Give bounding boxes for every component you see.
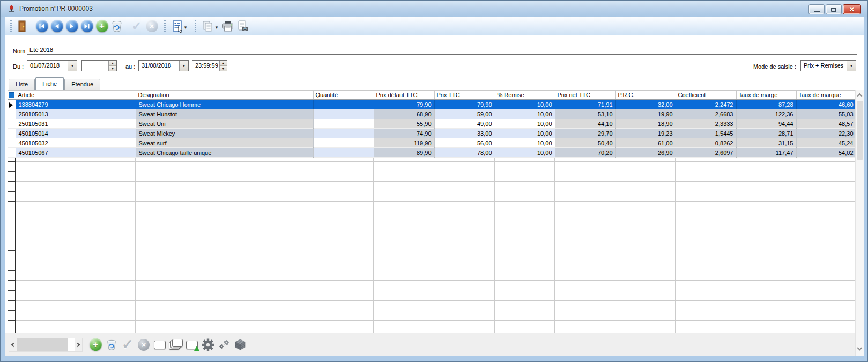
grid-cell[interactable]: 56,00 bbox=[434, 138, 495, 148]
grid-cell[interactable]: 450105067 bbox=[16, 148, 136, 158]
settings-button[interactable] bbox=[201, 337, 216, 352]
recycle-delete-button[interactable] bbox=[109, 19, 124, 34]
grid-cell[interactable]: 10,00 bbox=[495, 148, 555, 158]
du-date-dropdown-icon[interactable] bbox=[68, 61, 77, 71]
table-row[interactable]: 450105067Sweat Chicago taille unique89,9… bbox=[8, 148, 856, 158]
barcode-button[interactable] bbox=[152, 337, 167, 352]
select-all-header[interactable] bbox=[8, 91, 16, 100]
process-button[interactable] bbox=[217, 337, 232, 352]
nav-first-button[interactable] bbox=[34, 19, 49, 34]
grid-cell[interactable] bbox=[313, 148, 374, 158]
table-row[interactable]: 250105031Sweat Uni55,9049,0010,0044,1018… bbox=[8, 119, 856, 129]
au-date-dropdown-icon[interactable] bbox=[179, 61, 188, 71]
cancel-button[interactable] bbox=[144, 19, 159, 34]
column-header[interactable]: Prix net TTC bbox=[555, 91, 615, 100]
spin-up-icon[interactable] bbox=[220, 61, 227, 66]
column-header[interactable]: Coefficient bbox=[676, 91, 736, 100]
column-header[interactable]: Article bbox=[16, 91, 136, 100]
spin-up-icon[interactable] bbox=[109, 61, 116, 66]
grid-cell: 22,30 bbox=[796, 129, 856, 138]
grid-cell[interactable]: 10,00 bbox=[495, 109, 555, 119]
grid-cell[interactable]: 138804279 bbox=[16, 100, 136, 109]
mode-de-saisie-select[interactable]: Prix + Remises bbox=[800, 60, 856, 71]
grid-cell[interactable] bbox=[313, 119, 374, 129]
nav-next-button[interactable] bbox=[64, 19, 79, 34]
table-row[interactable]: 450105032Sweat surf119,9056,0010,0050,40… bbox=[8, 138, 856, 148]
toolbar-grip[interactable] bbox=[10, 20, 12, 32]
grid-cell: 46,60 bbox=[796, 100, 856, 109]
vertical-scroll-thumb[interactable] bbox=[857, 101, 863, 160]
nav-previous-button[interactable] bbox=[49, 19, 64, 34]
grid-cell[interactable]: 49,00 bbox=[434, 119, 495, 129]
column-header[interactable]: Quantité bbox=[313, 91, 374, 100]
validate-grid-button[interactable] bbox=[120, 337, 135, 352]
mode-de-saisie-value: Prix + Remises bbox=[801, 61, 847, 71]
copy-menu-button[interactable] bbox=[199, 19, 220, 34]
add-record-button[interactable] bbox=[94, 19, 109, 34]
scroll-right-icon[interactable] bbox=[75, 338, 82, 351]
delete-article-button[interactable] bbox=[104, 337, 119, 352]
scroll-up-icon[interactable] bbox=[858, 93, 862, 98]
grid-cell[interactable]: 33,00 bbox=[434, 129, 495, 138]
maximize-button[interactable] bbox=[826, 4, 842, 14]
toolbar-grip[interactable] bbox=[164, 20, 166, 32]
exit-button[interactable] bbox=[14, 19, 29, 34]
column-header[interactable]: Taux de marque bbox=[796, 91, 856, 100]
au-time-spinner[interactable]: 23:59:59 bbox=[192, 60, 227, 71]
grid-cell[interactable]: 10,00 bbox=[495, 138, 555, 148]
vertical-scrollbar[interactable] bbox=[855, 90, 864, 356]
grid-cell[interactable]: 250105031 bbox=[16, 119, 136, 129]
du-date-picker[interactable]: 01/07/2018 bbox=[27, 60, 77, 71]
scroll-left-icon[interactable] bbox=[9, 338, 17, 351]
column-header[interactable]: Désignation bbox=[136, 91, 313, 100]
column-header[interactable]: P.R.C. bbox=[615, 91, 676, 100]
spin-down-icon[interactable] bbox=[109, 66, 116, 71]
table-row[interactable]: 450105014Sweat Mickey74,9033,0010,0029,7… bbox=[8, 129, 856, 138]
grid-cell[interactable] bbox=[313, 138, 374, 148]
du-time-spinner[interactable] bbox=[81, 60, 117, 71]
tab-etendue[interactable]: Etendue bbox=[64, 79, 100, 90]
grid-cell[interactable]: 79,90 bbox=[434, 100, 495, 109]
grid-cell[interactable]: 450105032 bbox=[16, 138, 136, 148]
grid-cell[interactable] bbox=[313, 129, 374, 138]
table-row[interactable]: 250105013Sweat Hunstot68,9059,0010,0053,… bbox=[8, 109, 856, 119]
barcode-import-button[interactable] bbox=[184, 337, 199, 352]
view-form-menu-button[interactable] bbox=[168, 19, 190, 34]
close-button[interactable]: ✕ bbox=[843, 4, 861, 14]
column-header[interactable]: Taux de marge bbox=[736, 91, 796, 100]
spin-down-icon[interactable] bbox=[220, 66, 227, 71]
grid-cell[interactable]: 250105013 bbox=[16, 109, 136, 119]
grid-cell[interactable]: 10,00 bbox=[495, 129, 555, 138]
nom-input[interactable] bbox=[27, 45, 857, 55]
validate-button[interactable] bbox=[129, 19, 144, 34]
grid-cell: 29,70 bbox=[555, 129, 615, 138]
grid-cell[interactable] bbox=[313, 100, 374, 109]
grid-cell[interactable]: 10,00 bbox=[495, 100, 555, 109]
table-row[interactable]: 138804279Sweat Chicago Homme79,9079,9010… bbox=[8, 100, 856, 109]
grid-cell[interactable]: 78,00 bbox=[434, 148, 495, 158]
minimize-button[interactable] bbox=[808, 4, 825, 14]
tab-liste[interactable]: Liste bbox=[9, 79, 35, 90]
grid-cell[interactable]: 450105014 bbox=[16, 129, 136, 138]
au-date-picker[interactable]: 31/08/2018 bbox=[138, 60, 189, 71]
barcode-multiple-button[interactable] bbox=[168, 337, 183, 352]
grid-cell[interactable]: 59,00 bbox=[434, 109, 495, 119]
grid-cell[interactable]: 10,00 bbox=[495, 119, 555, 129]
column-header[interactable]: % Remise bbox=[495, 91, 555, 100]
column-header[interactable]: Prix TTC bbox=[434, 91, 495, 100]
grid-header: ArticleDésignationQuantitéPrix défaut TT… bbox=[8, 91, 856, 100]
grid-cell[interactable] bbox=[313, 109, 374, 119]
column-header[interactable]: Prix défaut TTC bbox=[374, 91, 434, 100]
horizontal-scrollbar[interactable] bbox=[9, 338, 83, 352]
stock-cube-button[interactable] bbox=[233, 337, 248, 352]
nav-last-button[interactable] bbox=[79, 19, 94, 34]
print-button[interactable] bbox=[220, 19, 235, 34]
export-document-button[interactable] bbox=[235, 19, 250, 34]
tab-fiche[interactable]: Fiche bbox=[35, 77, 64, 90]
mode-dropdown-icon[interactable] bbox=[847, 61, 856, 71]
add-article-button[interactable] bbox=[88, 337, 103, 352]
toolbar-grip[interactable] bbox=[195, 20, 196, 32]
scroll-down-icon[interactable] bbox=[858, 348, 862, 352]
horizontal-scroll-thumb[interactable] bbox=[17, 338, 68, 351]
cancel-grid-button[interactable] bbox=[136, 337, 151, 352]
